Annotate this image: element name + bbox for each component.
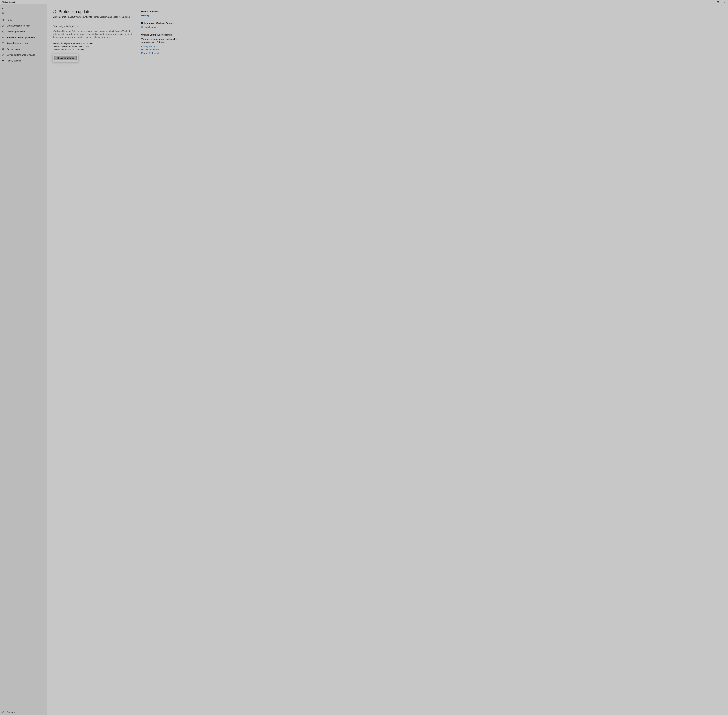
sidebar-item-label: Account protection (7, 30, 25, 33)
aside: Have a question? Get help Help improve W… (141, 10, 179, 712)
window-controls (708, 0, 728, 5)
svg-point-14 (2, 60, 3, 60)
window-icon (2, 42, 4, 44)
sidebar-item-performance[interactable]: Device performance & health (0, 52, 47, 58)
maximize-button[interactable] (714, 0, 721, 5)
svg-point-8 (2, 31, 3, 32)
svg-rect-1 (717, 2, 719, 3)
sidebar-item-label: Device security (7, 48, 21, 50)
version-line: Security intelligence version: 1.317.476… (53, 42, 134, 45)
check-updates-button[interactable]: Check for updates (54, 56, 77, 60)
nav-list: Home Virus & threat protection Account p… (0, 17, 47, 709)
family-icon (2, 59, 4, 62)
sidebar: Home Virus & threat protection Account p… (0, 5, 47, 715)
sidebar-item-family[interactable]: Family options (0, 58, 47, 63)
svg-rect-12 (2, 48, 4, 49)
sidebar-item-app-browser[interactable]: App & browser control (0, 40, 47, 46)
refresh-icon (53, 10, 56, 14)
sidebar-item-account[interactable]: Account protection (0, 29, 47, 35)
aside-question-heading: Have a question? (141, 10, 179, 13)
heart-icon (2, 54, 4, 56)
minimize-icon (710, 2, 712, 3)
check-updates-highlight: Check for updates (53, 54, 78, 62)
svg-point-16 (3, 712, 3, 712)
shield-icon (2, 24, 4, 27)
svg-point-15 (3, 60, 3, 60)
back-button[interactable] (0, 6, 47, 11)
minimize-button[interactable] (708, 0, 714, 5)
title-bar: Windows Security (0, 0, 728, 5)
sidebar-item-settings[interactable]: Settings (0, 709, 47, 715)
sidebar-item-label: Family options (7, 59, 21, 62)
sidebar-item-label: App & browser control (7, 42, 28, 44)
close-button[interactable] (721, 0, 728, 5)
maximize-icon (717, 2, 719, 3)
window-title: Windows Security (2, 1, 15, 3)
svg-point-9 (3, 37, 3, 38)
sidebar-item-label: Virus & threat protection (7, 24, 30, 27)
page-description: View information about your security int… (53, 15, 134, 18)
aside-privacy-text: View and change privacy settings for you… (141, 38, 179, 44)
privacy-dashboard-link[interactable]: Privacy dashboard (141, 48, 179, 51)
svg-rect-10 (2, 42, 4, 44)
updated-line: Last update: 6/2/2020 10:50 AM (53, 48, 134, 51)
security-intelligence-description: Windows Defender Antivirus uses security… (53, 29, 134, 39)
laptop-icon (2, 48, 4, 50)
get-help-link[interactable]: Get help (141, 14, 179, 17)
sidebar-item-label: Firewall & network protection (7, 36, 35, 39)
hamburger-icon (2, 12, 5, 15)
sidebar-item-label: Device performance & health (7, 54, 35, 56)
back-arrow-icon (2, 7, 5, 9)
person-icon (2, 30, 4, 33)
sidebar-item-virus-threat[interactable]: Virus & threat protection (0, 23, 47, 29)
privacy-settings-link[interactable]: Privacy settings (141, 45, 179, 47)
privacy-statement-link[interactable]: Privacy Statement (141, 52, 179, 54)
aside-improve-heading: Help improve Windows Security (141, 22, 179, 24)
gear-icon (2, 711, 4, 713)
home-icon (2, 19, 4, 21)
page-title: Protection updates (59, 9, 93, 14)
sidebar-item-home[interactable]: Home (0, 17, 47, 23)
antenna-icon (2, 36, 4, 39)
created-line: Version created on: 6/2/2020 6:52 AM (53, 45, 134, 48)
security-intelligence-heading: Security intelligence (53, 25, 134, 28)
sidebar-item-firewall[interactable]: Firewall & network protection (0, 35, 47, 40)
sidebar-item-device-security[interactable]: Device security (0, 46, 47, 52)
hamburger-button[interactable] (0, 11, 47, 16)
close-icon (724, 2, 725, 3)
sidebar-item-label: Settings (7, 711, 15, 713)
feedback-link[interactable]: Give us feedback (141, 26, 179, 28)
main-content: Protection updates View information abou… (47, 5, 728, 715)
sidebar-item-label: Home (7, 19, 12, 21)
aside-privacy-heading: Change your privacy settings (141, 33, 179, 36)
